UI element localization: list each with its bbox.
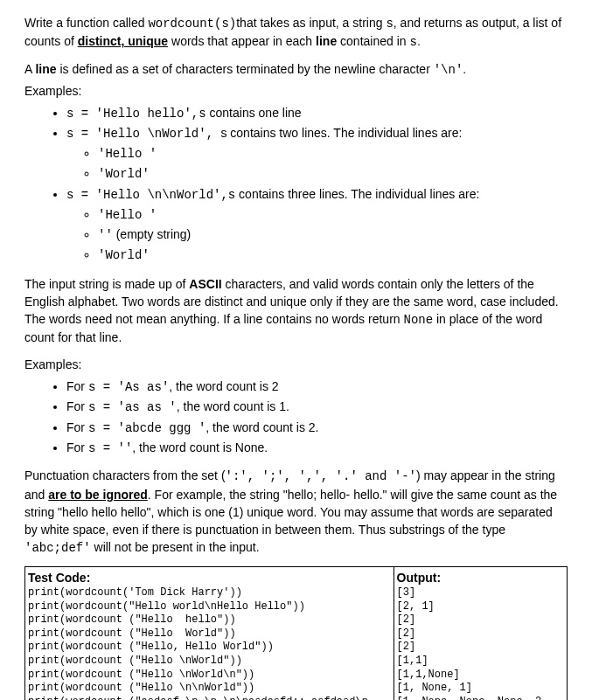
list-item: 'Hello ' [98,143,568,163]
list-item: 'World' [98,245,568,265]
line-definition: A line is defined as a set of characters… [24,60,568,267]
code: s = 'As as' [88,380,169,394]
text: s contains two lines. The individual lin… [220,126,462,140]
emph-ascii: ASCII [189,277,221,291]
examples-list-2: For s = 'As as', the word count is 2 For… [66,377,568,458]
code: 'World' [98,248,150,262]
emph-distinct: distinct, unique [78,34,168,48]
text: The input string is made up of [24,277,189,291]
examples-label-2: Examples: [24,356,568,373]
test-table: Test Code: print(wordcount('Tom Dick Har… [24,566,568,700]
intro-text: Write a function called wordcount(s)that… [24,14,568,52]
var-s: s [386,17,393,31]
test-code-cell: Test Code: print(wordcount('Tom Dick Har… [25,566,394,700]
examples-label: Examples: [24,82,568,100]
list-item: For s = '', the word count is None. [66,438,568,458]
test-code-header: Test Code: [28,569,391,586]
ascii-paragraph: The input string is made up of ASCII cha… [24,275,568,347]
output-content: [3] [2, 1] [2] [2] [2] [1,1] [1,1,None] … [397,586,564,700]
list-item: s = 'Hello \nWorld', s contains two line… [66,123,568,184]
test-code-content: print(wordcount('Tom Dick Harry')) print… [28,586,391,700]
linedef-text: A line is defined as a set of characters… [24,60,568,79]
sub-list: 'Hello ' '' (empty string) 'World' [98,204,568,266]
text: , the word count is 2. [205,420,318,434]
list-item: For s = 'As as', the word count is 2 [66,377,568,397]
text: , the word count is None. [132,440,268,454]
list-item: s = 'Hello hello',s contains one line [66,103,568,123]
code: s = 'as as ' [88,400,177,414]
func-name: wordcount(s) [148,17,236,31]
text: Write a function called [24,16,148,30]
code: s = 'Hello \nWorld', [66,127,220,141]
code: 'Hello ' [98,208,157,222]
code: '' [98,228,113,242]
list-item: For s = 'as as ', the word count is 1. [66,397,568,417]
text: (empty string) [113,227,191,241]
code: 'Hello ' [98,147,157,161]
list-item: 'Hello ' [98,204,568,225]
code: 'abc;def' [24,541,91,555]
text: that takes as input, a string [236,16,386,30]
text: will not be present in the input. [91,540,260,554]
para2-text: The input string is made up of ASCII cha… [24,275,568,347]
text: For [66,420,88,434]
output-header: Output: [397,569,564,586]
text: contained in [337,34,409,48]
para3-text: Punctuation characters from the set (':'… [24,467,568,557]
punctuation-paragraph: Punctuation characters from the set (':'… [24,467,568,557]
text: is defined as a set of characters termin… [57,62,434,76]
text: contains one line [206,106,302,120]
list-item: For s = 'abcde ggg ', the word count is … [66,418,568,438]
punct-set: ':', ';', ',', '.' and '-' [226,469,416,483]
code: s = '' [88,441,132,455]
text: words that appear in each [168,34,316,48]
emph-line: line [316,34,337,48]
text: For [66,440,88,454]
text: A [24,62,35,76]
code: s = 'abcde ggg ' [88,421,205,435]
text: . [417,34,421,48]
text: , the word count is 1. [177,399,289,413]
list-item: '' (empty string) [98,225,568,245]
code: s = 'Hello hello',s [66,107,206,121]
code-none: None [403,313,433,327]
intro-paragraph: Write a function called wordcount(s)that… [24,14,568,52]
text: Punctuation characters from the set ( [24,468,226,482]
list-item: 'World' [98,163,568,184]
text: For [66,399,88,413]
newline-char: '\n' [434,63,463,77]
code: s = 'Hello \n\nWorld',s [66,188,235,202]
list-item: s = 'Hello \n\nWorld',s contains three l… [66,184,568,266]
var-s: s [409,35,416,49]
emph-ignored: are to be ignored [48,488,148,502]
examples-list-1: s = 'Hello hello',s contains one line s … [66,103,568,266]
output-cell: Output: [3] [2, 1] [2] [2] [2] [1,1] [1,… [394,566,567,700]
text: For [66,379,88,393]
sub-list: 'Hello ' 'World' [98,143,568,184]
text: , the word count is 2 [169,379,278,393]
emph-line: line [35,62,56,76]
code: 'World' [98,167,150,181]
text: contains three lines. The individual lin… [235,187,479,201]
examples-2: Examples: For s = 'As as', the word coun… [24,356,568,458]
text: . [463,62,466,76]
